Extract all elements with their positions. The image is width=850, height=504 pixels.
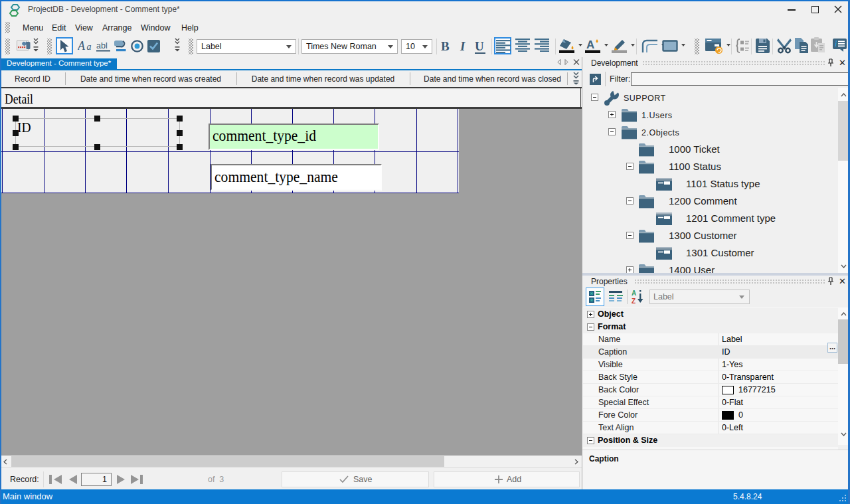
svg-text:A: A (78, 39, 86, 52)
svg-text:a: a (87, 42, 92, 52)
svg-text:abl: abl (96, 41, 108, 50)
svg-text:Z: Z (632, 297, 636, 304)
svg-text:A: A (632, 290, 636, 297)
svg-text:A: A (586, 39, 594, 51)
